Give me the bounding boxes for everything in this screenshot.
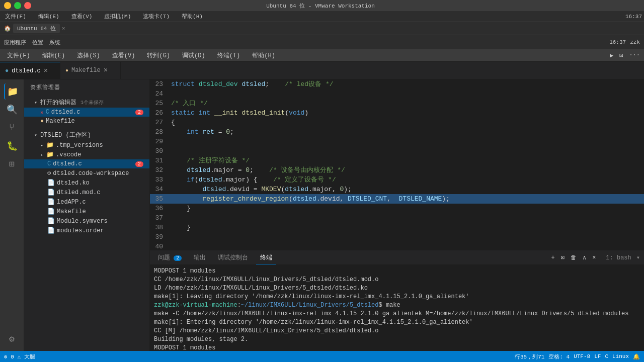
- vscode-menu-help[interactable]: 帮助(H): [249, 50, 278, 61]
- sidebar-vscode[interactable]: ▸ 📁 .vscode: [24, 150, 149, 159]
- tab-label: Makefile: [71, 67, 101, 74]
- tab-label[interactable]: Ubuntu 64 位: [13, 24, 60, 33]
- open-editors-section: ▾ 打开的编辑器 1个未保存 ✕ C dtsled.c 2 ● Makefile: [24, 95, 149, 128]
- menu-vm[interactable]: 虚拟机(M): [101, 12, 134, 21]
- sidebar-title: 资源管理器: [30, 83, 60, 91]
- activity-git[interactable]: ⑂: [4, 120, 20, 136]
- sidebar-makefile[interactable]: 📄 Makefile: [24, 207, 149, 216]
- menu-file[interactable]: 文件(F): [2, 12, 29, 21]
- folder-label: .tmp_versions: [56, 142, 103, 149]
- minimize-button[interactable]: [4, 2, 11, 9]
- ubuntu-app-menu[interactable]: 应用程序: [4, 39, 26, 46]
- terminal-close-btn[interactable]: ×: [592, 254, 596, 261]
- sidebar-modules-order[interactable]: 📄 modules.order: [24, 226, 149, 235]
- terminal-add-btn[interactable]: +: [551, 254, 554, 261]
- problems-badge: 2: [174, 255, 182, 261]
- vscode-menu-terminal[interactable]: 终端(T): [214, 50, 244, 61]
- terminal-shell-label: 1: bash: [606, 254, 631, 261]
- tab-file-icon: ●: [5, 67, 9, 74]
- tab-close-btn[interactable]: ×: [62, 26, 65, 32]
- terminal-line: make[1]: Leaving directory '/home/zzk/li…: [154, 293, 640, 301]
- activity-search[interactable]: 🔍: [4, 102, 20, 118]
- status-eol[interactable]: LF: [594, 353, 601, 359]
- terminal-tab-output[interactable]: 输出: [190, 251, 210, 264]
- ubuntu-places[interactable]: 位置: [32, 39, 43, 46]
- status-encoding[interactable]: UTF-8: [574, 353, 590, 359]
- terminal-trash-btn[interactable]: 🗑: [571, 254, 577, 261]
- vscode-debug-icon[interactable]: ▶: [610, 52, 613, 59]
- sidebar-dtsled-mod-c[interactable]: 📄 dtsled.mod.c: [24, 188, 149, 197]
- status-git-branch[interactable]: ⊗ 0 ⚠ 大腿: [4, 353, 35, 360]
- sidebar-header: 资源管理器: [24, 79, 149, 95]
- activity-debug[interactable]: 🐛: [4, 138, 20, 154]
- activity-explorer[interactable]: 📁: [4, 83, 20, 100]
- terminal-shell-arrow[interactable]: ▾: [636, 254, 640, 261]
- arrow-icon: ▸: [40, 142, 43, 148]
- code-line-25: 25 /* 入口 */: [150, 99, 644, 108]
- terminal-content[interactable]: MODPOST 1 modules CC /home/zzk/linux/IMX…: [150, 265, 644, 351]
- file-icon: 📄: [47, 189, 55, 196]
- terminal-up-btn[interactable]: ∧: [583, 254, 586, 261]
- status-spaces[interactable]: 空格: 4: [548, 353, 570, 360]
- menu-help[interactable]: 帮助(H): [179, 12, 206, 21]
- terminal: 问题 2 输出 调试控制台 终端 + ⊡ 🗑 ∧ × 1: bash ▾ MOD…: [150, 250, 644, 351]
- sidebar-ledapp-c[interactable]: 📄 ledAPP.c: [24, 197, 149, 207]
- terminal-line: make -C /home/zzk/linux/IMX6ULL/linux-im…: [154, 310, 640, 318]
- tab-close[interactable]: ×: [104, 66, 108, 74]
- terminal-split-btn[interactable]: ⊡: [561, 254, 565, 261]
- code-line-27: 27 {: [150, 118, 644, 127]
- close-icon[interactable]: ✕: [40, 109, 44, 116]
- terminal-line: LD /home/zzk/linux/IMX6ULL/Linux_Drivers…: [154, 284, 640, 293]
- file-label: dtsled.mod.c: [57, 189, 100, 196]
- menu-tabs[interactable]: 选项卡(T): [140, 12, 173, 21]
- terminal-tab-terminal[interactable]: 终端: [256, 251, 276, 264]
- ubuntu-topbar: 应用程序 位置 系统 16:37 zzk: [0, 35, 644, 49]
- vscode-menu-file[interactable]: 文件(F): [4, 50, 33, 61]
- code-line-36: 36 }: [150, 204, 644, 213]
- project-header[interactable]: ▾ DTSLED (工作区): [24, 130, 149, 140]
- menu-edit[interactable]: 编辑(E): [35, 12, 62, 21]
- vscode-more-icon[interactable]: ···: [629, 52, 640, 59]
- code-line-34: 34 dtsled.devid = MKDEV(dtsled.major, 0)…: [150, 185, 644, 194]
- vscode-menubar: 文件(F) 编辑(E) 选择(S) 查看(V) 转到(G) 调试(D) 终端(T…: [0, 49, 644, 62]
- vscode-menu-select[interactable]: 选择(S): [74, 50, 103, 61]
- editor: 23 struct dtsled_dev dtsled; /* led设备 */…: [150, 79, 644, 351]
- close-button[interactable]: [24, 2, 31, 9]
- activity-extensions[interactable]: ⊞: [4, 156, 20, 172]
- open-editors-count: 1个未保存: [80, 99, 104, 106]
- tab-close[interactable]: ×: [44, 67, 48, 75]
- file-label: dtsled.c: [53, 160, 82, 167]
- sidebar-dtsled-c[interactable]: C dtsled.c 2: [24, 159, 149, 168]
- terminal-line: MODPOST 1 modules: [154, 344, 640, 351]
- vmware-time: 16:37: [625, 14, 642, 20]
- tab-dtsled-c[interactable]: ● dtsled.c ×: [0, 62, 60, 79]
- ubuntu-system[interactable]: 系统: [49, 39, 60, 46]
- vscode-menu-goto[interactable]: 转到(G): [144, 50, 173, 61]
- open-file-dtsled[interactable]: ✕ C dtsled.c 2: [24, 108, 149, 117]
- status-position[interactable]: 行35，列71: [515, 353, 544, 360]
- maximize-button[interactable]: [14, 2, 21, 9]
- sidebar-dtsled-ko[interactable]: 📄 dtsled.ko: [24, 178, 149, 188]
- tab-makefile[interactable]: ● Makefile ×: [60, 62, 121, 79]
- menu-view[interactable]: 查看(V): [68, 12, 96, 21]
- sidebar-workspace[interactable]: ⚙ dtsled.code-workspace: [24, 168, 149, 178]
- terminal-tab-problems[interactable]: 问题 2: [154, 251, 186, 264]
- code-line-29: 29: [150, 137, 644, 146]
- open-file-makefile[interactable]: ● Makefile: [24, 117, 149, 126]
- code-line-32: 32 dtsled.major = 0; /* 设备号由内核分配 */: [150, 165, 644, 175]
- file-label: dtsled.code-workspace: [53, 170, 129, 177]
- sidebar-module-symvers[interactable]: 📄 Module.symvers: [24, 216, 149, 226]
- terminal-tab-debug[interactable]: 调试控制台: [214, 251, 252, 264]
- status-platform[interactable]: Linux: [612, 353, 629, 359]
- vscode-menu-view[interactable]: 查看(V): [109, 50, 138, 61]
- sidebar-tmp-versions[interactable]: ▸ 📁 .tmp_versions: [24, 140, 149, 150]
- home-icon[interactable]: 🏠: [4, 25, 11, 32]
- vscode-menu-debug[interactable]: 调试(D): [179, 50, 208, 61]
- code-line-31: 31 /* 注册字符设备 */: [150, 156, 644, 165]
- open-editors-header[interactable]: ▾ 打开的编辑器 1个未保存: [24, 97, 149, 108]
- editor-content[interactable]: 23 struct dtsled_dev dtsled; /* led设备 */…: [150, 79, 644, 250]
- status-language[interactable]: C: [605, 353, 608, 359]
- vscode-menu-edit[interactable]: 编辑(E): [39, 50, 68, 61]
- activity-settings[interactable]: ⚙: [4, 331, 20, 347]
- vscode-split-icon[interactable]: ⊡: [619, 52, 623, 59]
